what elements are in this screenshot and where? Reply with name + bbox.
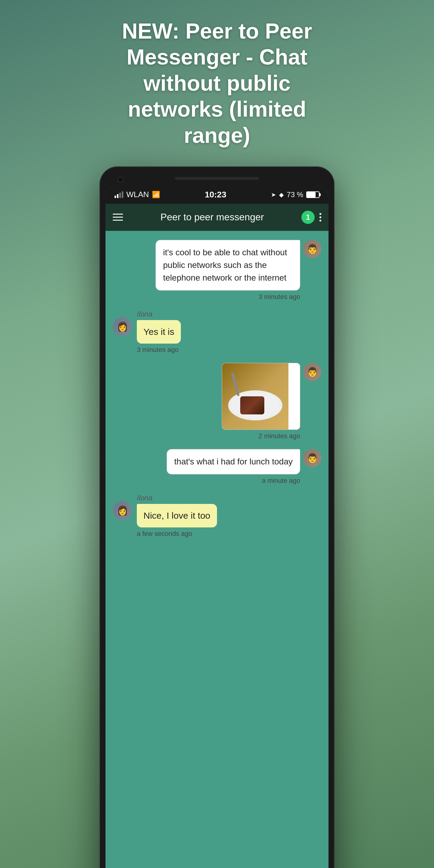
bluetooth-icon: ◆ (279, 191, 284, 198)
battery-fill (307, 192, 315, 197)
avatar-image-man-3: 👨 (303, 363, 321, 381)
timestamp-5: a few seconds ago (137, 530, 192, 538)
message-incoming-2: 👩 Ilona Yes it is 3 minutes ago (113, 310, 321, 354)
message-bubble-2: Yes it is (137, 320, 181, 344)
phone-frame: WLAN 📶 10:23 ➤ ◆ 73 % Peer to peer messe… (99, 166, 335, 868)
hamburger-menu-icon[interactable] (113, 214, 123, 221)
timestamp-3: 2 minutes ago (258, 432, 300, 440)
sender-name-2: Ilona (137, 310, 153, 318)
message-bubble-4: that's what i had for lunch today (167, 449, 300, 474)
message-outgoing-3: 👨 2 minutes ago (113, 363, 321, 440)
notification-badge[interactable]: 1 (301, 211, 315, 224)
avatar-man-1: 👨 (303, 240, 321, 258)
avatar-image-woman-5: 👩 (113, 501, 132, 520)
fork-detail (231, 372, 240, 396)
phone-notch (175, 177, 259, 180)
status-right: ➤ ◆ 73 % (271, 190, 319, 199)
steak-detail (242, 405, 263, 411)
battery-label: 73 % (287, 190, 303, 199)
status-bar: WLAN 📶 10:23 ➤ ◆ 73 % (105, 186, 329, 204)
app-bar-title: Peer to peer messenger (123, 212, 301, 223)
message-text-1: it's cool to be able to chat without pub… (163, 248, 287, 282)
avatar-woman-2: 👩 (113, 317, 132, 336)
phone-screen: WLAN 📶 10:23 ➤ ◆ 73 % Peer to peer messe… (105, 186, 329, 868)
message-text-5: Nice, I love it too (144, 510, 210, 521)
location-icon: ➤ (271, 191, 276, 198)
sender-name-5: Ilona (137, 494, 153, 502)
message-outgoing-4: that's what i had for lunch today 👨 a mi… (113, 449, 321, 485)
signal-bar-3 (119, 193, 121, 198)
page-title: NEW: Peer to Peer Messenger - Chat witho… (96, 18, 338, 148)
more-options-icon[interactable] (319, 213, 321, 221)
timestamp-4: a minute ago (262, 477, 300, 485)
avatar-woman-5: 👩 (113, 501, 132, 520)
avatar-man-3: 👨 (303, 363, 321, 381)
signal-bars (115, 191, 123, 198)
message-bubble-1: it's cool to be able to chat without pub… (156, 240, 300, 290)
chat-area: it's cool to be able to chat without pub… (105, 231, 329, 868)
signal-bar-4 (122, 191, 123, 198)
phone-notch-area (105, 173, 329, 184)
status-time: 10:23 (205, 190, 226, 199)
message-incoming-5: 👩 Ilona Nice, I love it too a few second… (113, 494, 321, 538)
food-image-3 (222, 363, 288, 430)
timestamp-1: 3 minutes ago (258, 293, 300, 301)
network-label: WLAN (126, 190, 149, 199)
avatar-man-4: 👨 (303, 449, 321, 467)
app-bar: Peer to peer messenger 1 (105, 204, 329, 231)
message-text-4: that's what i had for lunch today (174, 457, 293, 466)
message-bubble-5: Nice, I love it too (137, 504, 217, 527)
signal-bar-2 (117, 194, 119, 198)
phone-camera (118, 177, 124, 183)
message-text-2: Yes it is (144, 327, 174, 337)
message-outgoing-1: it's cool to be able to chat without pub… (113, 240, 321, 301)
avatar-image-man-1: 👨 (303, 240, 321, 258)
avatar-image-woman-2: 👩 (113, 317, 132, 336)
battery-icon (306, 191, 319, 198)
avatar-image-man-4: 👨 (303, 449, 321, 467)
timestamp-2: 3 minutes ago (137, 346, 179, 354)
status-left: WLAN 📶 (115, 190, 160, 199)
wifi-icon: 📶 (152, 191, 160, 198)
image-bubble-3[interactable] (222, 363, 300, 430)
signal-bar-1 (115, 195, 116, 198)
